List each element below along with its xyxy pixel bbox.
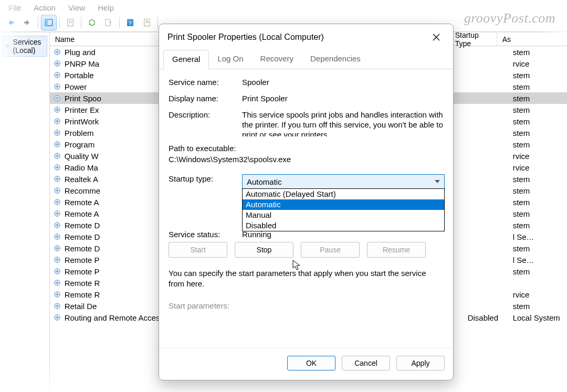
svg-point-40: [56, 201, 58, 203]
properties-button[interactable]: [62, 15, 78, 30]
refresh-icon: [87, 18, 97, 27]
svg-point-56: [56, 293, 58, 295]
dialog-title: Print Spooler Properties (Local Computer…: [167, 33, 324, 42]
svg-point-50: [56, 259, 58, 260]
combo-button[interactable]: Automatic: [242, 174, 445, 189]
export-button[interactable]: [101, 15, 117, 30]
service-logon: stem: [513, 186, 567, 195]
service-logon: stem: [513, 244, 567, 253]
gear-icon: [53, 267, 61, 276]
combo-dropdown-list[interactable]: Automatic (Delayed Start)AutomaticManual…: [242, 188, 445, 231]
service-logon: Local System: [513, 313, 567, 322]
cancel-button[interactable]: Cancel: [342, 356, 390, 370]
close-button[interactable]: [427, 29, 446, 45]
svg-rect-10: [145, 22, 149, 23]
svg-point-38: [56, 189, 58, 191]
service-logon: rvice: [513, 163, 567, 172]
gear-icon: [53, 221, 61, 229]
svg-point-44: [56, 224, 58, 226]
pane-icon: [44, 18, 54, 27]
svg-point-18: [56, 74, 58, 76]
apply-button[interactable]: Apply: [396, 356, 445, 370]
service-logon: stem: [513, 117, 567, 126]
svg-point-26: [56, 120, 58, 122]
value-path: C:\Windows\System32\spoolsv.exe: [169, 155, 444, 164]
svg-point-30: [56, 143, 58, 145]
export-icon: [104, 18, 113, 27]
gear-icon: [53, 152, 61, 160]
tab-dependencies[interactable]: Dependencies: [302, 50, 369, 69]
chevron-down-icon: [435, 180, 440, 183]
gear-icon: [53, 163, 61, 172]
value-display-name: Print Spooler: [242, 94, 444, 103]
dialog-body: Service name: Spooler Display name: Prin…: [159, 69, 453, 348]
help-button[interactable]: ?: [122, 15, 138, 30]
gear-icon: [53, 232, 61, 241]
tree-pane: Services (Local): [0, 33, 50, 389]
menu-help[interactable]: Help: [92, 2, 119, 13]
gear-icon: [53, 140, 61, 149]
start-button[interactable]: Start: [169, 242, 227, 258]
value-description: This service spools print jobs and handl…: [242, 110, 444, 136]
service-logon: rvice: [513, 152, 567, 161]
combo-option[interactable]: Manual: [243, 210, 444, 220]
gear-icon: [53, 198, 61, 206]
service-logon: stem: [513, 198, 567, 207]
svg-point-34: [56, 166, 58, 168]
label-service-status: Service status:: [169, 230, 242, 239]
show-hide-tree-button[interactable]: [41, 15, 57, 30]
service-logon: stem: [513, 140, 567, 149]
svg-point-24: [56, 109, 58, 110]
watermark-text: groovyPost.com: [464, 10, 555, 26]
tree-root-item[interactable]: Services (Local): [2, 36, 47, 57]
tree-root-label: Services (Local): [13, 38, 45, 55]
tab-logon[interactable]: Log On: [209, 50, 251, 69]
svg-rect-5: [106, 19, 110, 26]
resume-button[interactable]: Resume: [367, 242, 426, 258]
menu-view[interactable]: View: [63, 2, 90, 13]
service-startup: Disabled: [468, 313, 510, 322]
svg-point-52: [56, 270, 58, 272]
service-logon: rvice: [513, 59, 567, 68]
dialog-footer: OK Cancel Apply: [159, 348, 453, 380]
combo-option[interactable]: Automatic: [243, 199, 444, 210]
gear-icon: [53, 256, 61, 264]
service-logon: stem: [513, 175, 567, 184]
svg-point-36: [56, 178, 58, 179]
label-service-name: Service name:: [169, 78, 242, 87]
tab-general[interactable]: General: [163, 50, 209, 69]
ok-button[interactable]: OK: [287, 356, 335, 370]
tab-recovery[interactable]: Recovery: [252, 50, 302, 69]
gear-icon: [53, 82, 61, 91]
forward-button[interactable]: [19, 15, 35, 30]
svg-point-14: [56, 51, 58, 52]
combo-option[interactable]: Disabled: [243, 220, 444, 231]
back-button[interactable]: [3, 15, 18, 30]
help-icon: ?: [125, 18, 135, 27]
combo-option[interactable]: Automatic (Delayed Start): [243, 189, 444, 199]
dialog-titlebar[interactable]: Print Spooler Properties (Local Computer…: [159, 24, 453, 49]
col-logon[interactable]: As: [497, 33, 567, 46]
close-icon: [433, 34, 440, 41]
refresh-button[interactable]: [84, 15, 100, 30]
menu-file[interactable]: File: [3, 2, 26, 13]
service-logon: stem: [513, 82, 567, 91]
gear-icon: [53, 94, 61, 102]
toolbar-extra-button[interactable]: [139, 15, 155, 30]
gear-icon: [53, 59, 61, 68]
pause-button[interactable]: Pause: [301, 242, 360, 258]
label-path: Path to executable:: [169, 144, 444, 153]
stop-button[interactable]: Stop: [235, 242, 293, 258]
service-logon: rvice: [513, 290, 567, 299]
svg-point-16: [56, 62, 58, 64]
menu-action[interactable]: Action: [28, 2, 61, 13]
col-startup[interactable]: Startup Type: [450, 33, 497, 46]
value-service-name: Spooler: [242, 78, 444, 87]
service-logon: stem: [513, 48, 567, 57]
svg-point-28: [56, 132, 58, 133]
combo-selected-value: Automatic: [247, 177, 282, 186]
startup-type-combo[interactable]: Automatic Automatic (Delayed Start)Autom…: [242, 174, 445, 189]
arrow-left-icon: [6, 18, 15, 27]
svg-rect-1: [45, 19, 48, 26]
svg-text:?: ?: [129, 19, 132, 25]
